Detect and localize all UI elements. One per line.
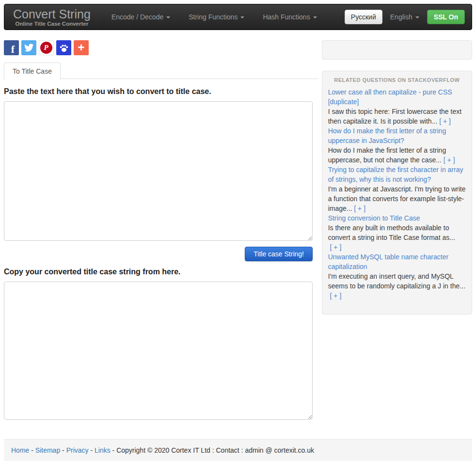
- navbar-menus: Encode / Decode String Functions Hash Fu…: [102, 4, 326, 30]
- tab-bar: To Title Case: [4, 62, 318, 79]
- footer: Home - Sitemap - Privacy - Links - Copyr…: [4, 439, 472, 461]
- facebook-f-glyph: f: [11, 43, 15, 55]
- related-questions-header: RELATED QUESTIONS ON STACKOVERFLOW: [328, 77, 466, 83]
- footer-link-links[interactable]: Links: [95, 446, 111, 454]
- main-column: f P: [4, 40, 318, 420]
- baidu-share-icon[interactable]: [56, 40, 71, 55]
- question-expand-link[interactable]: [ + ]: [442, 156, 455, 164]
- pinterest-share-icon[interactable]: P: [39, 40, 54, 55]
- menu-hash-functions-label: Hash Functions: [263, 13, 310, 21]
- footer-link-sitemap[interactable]: Sitemap: [35, 446, 60, 454]
- facebook-share-icon[interactable]: f: [4, 40, 19, 55]
- related-question: Trying to capitalize the first character…: [328, 165, 466, 213]
- menu-encode-decode-label: Encode / Decode: [111, 13, 163, 21]
- footer-separator: -: [89, 446, 95, 454]
- language-dropdown-label: English: [390, 13, 413, 21]
- brand-title[interactable]: Convert String: [13, 7, 91, 21]
- question-expand-link[interactable]: [ + ]: [437, 117, 451, 125]
- chevron-down-icon: [166, 16, 170, 18]
- page: Convert String Online Title Case Convert…: [0, 0, 476, 465]
- chevron-down-icon: [240, 16, 244, 18]
- chevron-down-icon: [313, 16, 317, 18]
- question-excerpt: How do I make the first letter of a stri…: [328, 146, 446, 164]
- footer-separator: -: [29, 446, 35, 454]
- footer-separator: -: [60, 446, 66, 454]
- navbar-right: Русский English SSL On: [345, 10, 472, 24]
- plus-glyph: +: [78, 41, 84, 54]
- twitter-share-icon[interactable]: [21, 40, 36, 55]
- input-textarea[interactable]: [4, 101, 313, 241]
- output-label: Copy your converted title case string fr…: [4, 268, 318, 276]
- title-case-button[interactable]: Title case String!: [245, 247, 313, 261]
- menu-string-functions[interactable]: String Functions: [179, 4, 254, 30]
- output-textarea[interactable]: [4, 282, 313, 420]
- footer-link-privacy[interactable]: Privacy: [66, 446, 89, 454]
- menu-string-functions-label: String Functions: [189, 13, 238, 21]
- related-question: String conversion to Title Case Is there…: [328, 213, 466, 252]
- pinterest-p-glyph: P: [44, 44, 48, 52]
- question-expand-link[interactable]: [ + ]: [328, 243, 342, 251]
- question-expand-link[interactable]: [ + ]: [352, 205, 365, 212]
- tab-to-title-case[interactable]: To Title Case: [4, 63, 61, 80]
- question-excerpt: I'm executing an insert query, and MySQL…: [328, 272, 465, 290]
- question-link[interactable]: String conversion to Title Case: [328, 213, 466, 223]
- brand[interactable]: Convert String Online Title Case Convert…: [4, 7, 97, 27]
- footer-separator: -: [111, 446, 116, 454]
- menu-encode-decode[interactable]: Encode / Decode: [102, 4, 179, 30]
- related-question: How do I make the first letter of a stri…: [328, 126, 466, 165]
- ad-placeholder: [322, 40, 472, 60]
- social-share-bar: f P: [4, 40, 318, 55]
- question-link[interactable]: Lower case all then capitalize - pure CS…: [328, 87, 466, 107]
- question-excerpt: Is there any built in methods available …: [328, 224, 455, 241]
- question-link[interactable]: How do I make the first letter of a stri…: [328, 126, 466, 145]
- question-expand-link[interactable]: [ + ]: [328, 292, 342, 300]
- input-label: Paste the text here that you wish to con…: [4, 87, 318, 96]
- question-excerpt: I'm a beginner at Javascript. I'm trying…: [328, 185, 466, 212]
- menu-hash-functions[interactable]: Hash Functions: [254, 4, 326, 30]
- paw-print-icon: [59, 43, 69, 53]
- addthis-share-icon[interactable]: +: [74, 40, 89, 55]
- footer-link-home[interactable]: Home: [11, 446, 29, 454]
- russian-language-button[interactable]: Русский: [345, 10, 382, 24]
- convert-button-row: Title case String!: [4, 247, 313, 261]
- brand-subtitle: Online Title Case Converter: [13, 21, 91, 27]
- language-dropdown[interactable]: English: [390, 13, 419, 21]
- chevron-down-icon: [415, 16, 419, 18]
- content-row: f P: [4, 40, 472, 420]
- sidebar: RELATED QUESTIONS ON STACKOVERFLOW Lower…: [322, 40, 472, 315]
- pinterest-p-icon: P: [40, 42, 52, 54]
- related-question: Lower case all then capitalize - pure CS…: [328, 87, 466, 126]
- question-link[interactable]: Trying to capitalize the first character…: [328, 165, 466, 184]
- twitter-bird-icon: [24, 43, 34, 53]
- ssl-on-button[interactable]: SSL On: [427, 10, 465, 24]
- footer-copyright: Copyright © 2020 Cortex IT Ltd : Contact…: [116, 446, 314, 454]
- related-question: Unwanted MySQL table name character capi…: [328, 252, 466, 300]
- top-navbar: Convert String Online Title Case Convert…: [4, 4, 472, 30]
- related-questions-panel: RELATED QUESTIONS ON STACKOVERFLOW Lower…: [322, 71, 472, 315]
- question-link[interactable]: Unwanted MySQL table name character capi…: [328, 252, 466, 271]
